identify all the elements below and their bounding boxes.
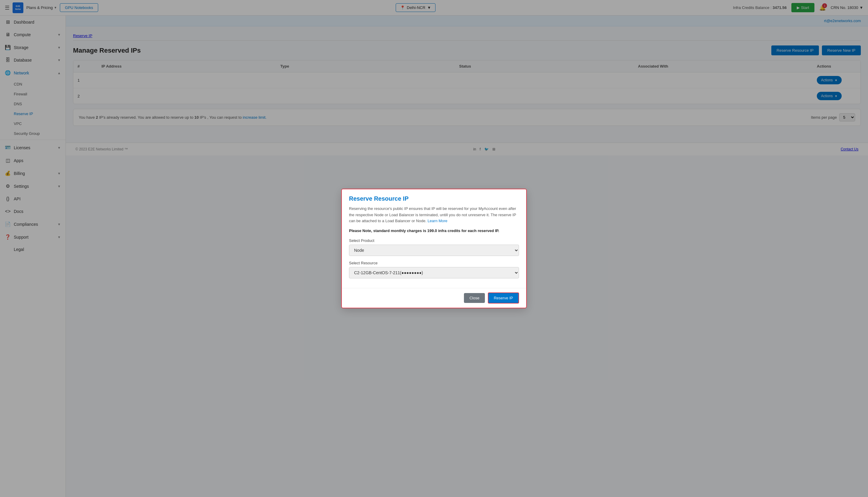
reserve-resource-ip-modal: Reserve Resource IP Reserving the resour…: [341, 189, 527, 308]
modal-header: Reserve Resource IP: [342, 189, 526, 206]
modal-note: Please Note, standard monthly charges is…: [349, 228, 519, 233]
select-product-label: Select Product: [349, 238, 519, 243]
modal-description: Reserving the resource's public IP ensur…: [349, 206, 519, 224]
modal-footer: Close Reserve IP: [342, 288, 526, 308]
select-product-dropdown[interactable]: Node Load Balancer: [349, 245, 519, 256]
modal-overlay: Reserve Resource IP Reserving the resour…: [0, 0, 868, 497]
modal-reserve-ip-button[interactable]: Reserve IP: [488, 293, 519, 303]
learn-more-link[interactable]: Learn More: [427, 218, 447, 223]
select-resource-label: Select Resource: [349, 261, 519, 265]
select-resource-group: Select Resource C2-12GB-CentOS-7-211(●●●…: [349, 261, 519, 279]
modal-body: Reserving the resource's public IP ensur…: [342, 206, 526, 288]
modal-title: Reserve Resource IP: [349, 195, 519, 202]
select-product-group: Select Product Node Load Balancer: [349, 238, 519, 256]
select-resource-dropdown[interactable]: C2-12GB-CentOS-7-211(●●●●●●●●): [349, 267, 519, 279]
modal-close-button[interactable]: Close: [464, 293, 485, 303]
